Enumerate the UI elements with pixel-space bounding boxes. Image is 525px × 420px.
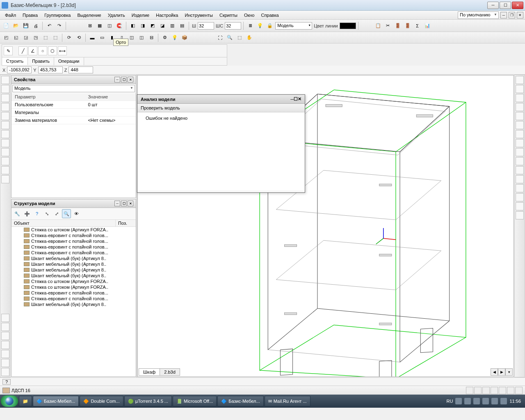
table-row[interactable]: Материалы (11, 109, 136, 116)
rail-icon[interactable] (1, 368, 9, 376)
line-icon[interactable]: ╱ (18, 46, 27, 55)
rail-icon[interactable] (1, 76, 9, 84)
nav-next-icon[interactable]: ▶ (498, 368, 505, 376)
door-icon[interactable]: 🚪 (393, 21, 402, 30)
status-icon[interactable] (507, 387, 514, 394)
zoom-fit-icon[interactable]: ⛶ (215, 33, 224, 42)
tree-item[interactable]: Стяжка-евровинт с потайной голов... (11, 238, 136, 244)
pan-icon[interactable]: ✋ (245, 33, 254, 42)
rail-icon[interactable] (516, 130, 524, 138)
undo-icon[interactable]: ↶ (45, 21, 54, 30)
nav-menu-icon[interactable]: ▾ (505, 368, 513, 376)
taskbar-item[interactable]: 🔷Базис-Мебел... (217, 396, 263, 406)
tree-item[interactable]: Стяжка со штоком (Артикул FORZA.. (11, 284, 136, 290)
eye-icon[interactable]: 👁 (72, 209, 81, 218)
menu-settings[interactable]: Настройка (153, 12, 181, 18)
menu-file[interactable]: Файл (2, 12, 19, 18)
rail-icon[interactable] (516, 193, 524, 201)
freehand-icon[interactable]: ✎ (4, 46, 13, 55)
redo-icon[interactable]: ↷ (55, 21, 64, 30)
rail-icon[interactable] (516, 103, 524, 111)
rail-icon[interactable] (516, 85, 524, 93)
cut-icon[interactable]: ✂ (383, 21, 393, 30)
tree-item[interactable]: Шкант мебельный (бук) (Артикул 8.. (11, 256, 136, 261)
status-icon[interactable] (491, 387, 498, 394)
properties-selector[interactable]: Модель (12, 85, 135, 92)
view-icon[interactable]: ⬚ (51, 33, 60, 42)
rail-icon[interactable] (516, 76, 524, 84)
width-input[interactable] (198, 22, 214, 30)
viewport-tab[interactable]: 2.b3d (160, 368, 180, 376)
grid-icon[interactable]: ▦ (95, 21, 104, 30)
box-icon[interactable]: ◫ (137, 33, 146, 42)
print-icon[interactable]: 🖨 (31, 21, 40, 30)
analysis-panel[interactable]: Анализ модели ─ ☐ ✕ Проверить модель Оши… (137, 94, 305, 193)
status-icon[interactable] (515, 387, 523, 394)
menu-window[interactable]: Окно (241, 12, 258, 18)
magnet-icon[interactable]: 🧲 (115, 21, 124, 30)
nav-prev-icon[interactable]: ◀ (491, 368, 498, 376)
view-icon[interactable]: ⬚ (41, 33, 50, 42)
rail-icon[interactable] (516, 211, 524, 219)
tab-edit[interactable]: Править (28, 57, 54, 65)
structure-tree[interactable]: Стяжка со штоком (Артикул FORZA..Стяжка-… (11, 227, 136, 377)
tab-operations[interactable]: Операции (54, 57, 84, 65)
status-icon[interactable] (499, 387, 506, 394)
rail-icon[interactable] (1, 175, 9, 183)
rail-icon[interactable] (516, 166, 524, 174)
rail-icon[interactable] (1, 157, 9, 165)
doc-close-button[interactable]: ✕ (517, 12, 523, 18)
panel-restore-icon[interactable]: ☐ (121, 201, 127, 206)
check-model-button[interactable]: Проверить модель (141, 105, 180, 110)
tray-icon[interactable] (464, 398, 471, 404)
collapse-icon[interactable]: ⤡ (42, 209, 51, 218)
circle-icon[interactable]: ○ (38, 46, 47, 55)
new-icon[interactable]: 📄 (2, 21, 11, 30)
taskbar-item[interactable]: 🟢µTorrent 3.4.5 ... (124, 396, 172, 406)
tray-clock[interactable]: 11:56 (509, 399, 521, 404)
viewport-tab[interactable]: Шкаф (139, 368, 160, 376)
view-icon[interactable]: ◲ (21, 33, 30, 42)
taskbar-item[interactable]: 📁 (19, 396, 32, 406)
rail-icon[interactable] (516, 139, 524, 147)
taskbar-item[interactable]: 📗Microsoft Off... (173, 396, 217, 406)
tree-item[interactable]: Шкант мебельный (бук) (Артикул 8.. (11, 301, 136, 307)
material-swatch-icon[interactable] (2, 388, 10, 393)
menu-scripts[interactable]: Скрипты (216, 12, 241, 18)
rail-icon[interactable] (1, 85, 9, 93)
tool-icon[interactable]: 🔧 (13, 209, 22, 218)
tray-icon[interactable] (500, 398, 507, 404)
chart-icon[interactable]: 📊 (423, 21, 432, 30)
tool-icon[interactable]: ◪ (158, 21, 167, 30)
tree-item[interactable]: Шкант мебельный (бук) (Артикул 8.. (11, 267, 136, 273)
status-icon[interactable] (466, 387, 473, 394)
tree-item[interactable]: Стяжка-евровинт с потайной голов... (11, 250, 136, 256)
tree-item[interactable]: Шкант мебельный (бук) (Артикул 8.. (11, 273, 136, 278)
view-icon[interactable]: ◰ (2, 33, 11, 42)
open-icon[interactable]: 📂 (11, 21, 21, 30)
collapse-icon[interactable]: ⤢ (52, 209, 61, 218)
hexagon-icon[interactable]: ⬡ (48, 46, 57, 55)
panel-close-icon[interactable]: ✕ (128, 77, 133, 82)
rail-icon[interactable] (1, 350, 9, 358)
save-icon[interactable]: 💾 (21, 21, 30, 30)
rail-icon[interactable] (516, 94, 524, 102)
tool-icon[interactable]: ◧ (128, 21, 137, 30)
tree-item[interactable]: Стяжка со штоком (Артикул FORZA.. (11, 278, 136, 284)
panel-close-icon[interactable]: ✕ (298, 96, 301, 102)
status-icon[interactable] (474, 387, 482, 394)
default-layout-dropdown[interactable]: По умолчанию (458, 11, 499, 19)
tray-icon[interactable] (455, 398, 462, 404)
rail-icon[interactable] (1, 148, 9, 156)
view-icon[interactable]: ◳ (31, 33, 40, 42)
menu-select[interactable]: Выделение (74, 12, 104, 18)
box-icon[interactable]: ▭ (98, 33, 107, 42)
rail-icon[interactable] (1, 323, 9, 331)
y-value[interactable]: 453,753 (38, 66, 63, 73)
taskbar-item[interactable]: 🔶Double Com... (80, 396, 123, 406)
mode-dropdown[interactable]: Модель (275, 22, 312, 30)
z-value[interactable]: 448 (68, 66, 93, 73)
start-button[interactable] (1, 395, 18, 407)
tree-item[interactable]: Стяжка-евровинт с потайной голов... (11, 290, 136, 296)
taskbar-item[interactable]: 🔷Базис-Мебел... (33, 396, 79, 406)
